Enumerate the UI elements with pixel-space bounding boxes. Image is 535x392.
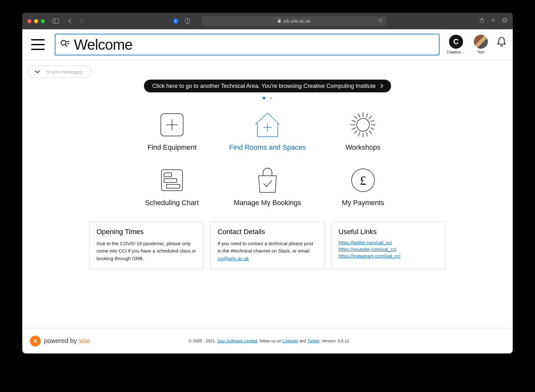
user-creative[interactable]: C Creative … bbox=[446, 35, 466, 54]
close-window-button[interactable] bbox=[27, 19, 32, 23]
browser-window: 1 orb.arts.ac.uk bbox=[22, 13, 513, 353]
siso-link[interactable]: Siso Software Limited bbox=[217, 339, 257, 343]
banner-text: Click here to go to another Technical Ar… bbox=[152, 83, 376, 89]
reload-icon[interactable] bbox=[378, 18, 383, 24]
tile-manage-bookings[interactable]: Manage My Bookings bbox=[220, 166, 315, 207]
linkedin-link[interactable]: LinkedIn bbox=[282, 339, 298, 343]
tile-find-rooms[interactable]: Find Rooms and Spaces bbox=[220, 111, 315, 152]
useful-link[interactable]: https://youtube.com/ual_cci bbox=[339, 246, 439, 252]
house-plus-icon bbox=[252, 111, 283, 139]
card-title: Contact Details bbox=[218, 228, 317, 236]
tile-workshops[interactable]: Workshops bbox=[315, 111, 411, 152]
lock-icon bbox=[277, 18, 281, 24]
svg-rect-37 bbox=[164, 173, 172, 177]
card-opening-times: Opening Times Due to the COVID-19 pandem… bbox=[89, 222, 204, 269]
svg-line-27 bbox=[369, 116, 372, 119]
contact-email-link[interactable]: cci@arts.ac.uk bbox=[218, 256, 249, 261]
search-box[interactable]: Welcome bbox=[55, 34, 439, 55]
user-switcher: C Creative … Tom bbox=[446, 35, 507, 54]
extension-icons: 1 bbox=[173, 17, 192, 25]
svg-point-19 bbox=[357, 118, 369, 131]
address-bar[interactable]: orb.arts.ac.uk bbox=[202, 16, 386, 26]
new-tab-icon[interactable] bbox=[490, 18, 496, 25]
main-content: 5 new messages Click here to go to anoth… bbox=[22, 60, 513, 328]
svg-rect-8 bbox=[503, 19, 506, 23]
tile-label: Manage My Bookings bbox=[234, 199, 301, 207]
svg-line-33 bbox=[352, 128, 356, 130]
svg-line-35 bbox=[370, 128, 374, 130]
useful-link[interactable]: https://twitter.com/ual_cci bbox=[339, 240, 439, 245]
user-label: Tom bbox=[477, 50, 485, 54]
privacy-shield-icon[interactable] bbox=[183, 17, 192, 25]
svg-line-30 bbox=[358, 113, 360, 118]
svg-rect-3 bbox=[278, 20, 281, 23]
carousel-dot-1[interactable] bbox=[270, 97, 272, 99]
carousel-dot-0[interactable] bbox=[263, 97, 265, 99]
card-title: Useful Links bbox=[339, 228, 439, 236]
messages-pill[interactable]: 5 new messages bbox=[28, 66, 91, 78]
siso-logo-icon bbox=[30, 336, 41, 346]
page: Welcome C Creative … Tom 5 new message bbox=[22, 29, 513, 353]
svg-line-29 bbox=[358, 132, 360, 136]
svg-line-34 bbox=[352, 120, 356, 122]
back-button[interactable] bbox=[65, 17, 74, 25]
window-controls bbox=[27, 19, 45, 23]
svg-rect-39 bbox=[167, 184, 180, 188]
twitter-link[interactable]: Twitter bbox=[307, 339, 319, 343]
maximize-window-button[interactable] bbox=[41, 19, 45, 23]
svg-point-10 bbox=[61, 40, 66, 45]
browser-titlebar: 1 orb.arts.ac.uk bbox=[22, 13, 513, 29]
svg-text:£: £ bbox=[360, 173, 366, 188]
useful-link[interactable]: https://instagram.com/ual_cci bbox=[339, 253, 439, 259]
svg-line-11 bbox=[65, 44, 68, 46]
svg-rect-38 bbox=[164, 179, 177, 182]
bag-check-icon bbox=[255, 166, 280, 194]
tile-find-equipment[interactable]: Find Equipment bbox=[124, 111, 220, 152]
svg-line-24 bbox=[354, 116, 357, 119]
share-icon[interactable] bbox=[479, 18, 485, 25]
minimize-window-button[interactable] bbox=[34, 19, 38, 23]
url-text: orb.arts.ac.uk bbox=[283, 18, 310, 24]
svg-line-25 bbox=[369, 131, 372, 134]
svg-rect-0 bbox=[53, 19, 59, 23]
search-icon bbox=[60, 39, 69, 50]
chevron-right-icon bbox=[380, 83, 383, 89]
tile-label: Workshops bbox=[346, 143, 381, 152]
info-cards: Opening Times Due to the COVID-19 pandem… bbox=[89, 222, 446, 269]
card-body: Due to the COVID-19 pandemic, please onl… bbox=[96, 240, 196, 262]
user-avatar-initial: C bbox=[449, 35, 463, 49]
card-body: If you need to contact a technical pleas… bbox=[218, 240, 317, 262]
pound-circle-icon: £ bbox=[349, 166, 377, 194]
user-tom[interactable]: Tom bbox=[471, 35, 490, 54]
svg-line-26 bbox=[354, 131, 357, 134]
menu-button[interactable] bbox=[31, 39, 45, 50]
user-avatar-photo bbox=[474, 35, 488, 49]
user-label: Creative … bbox=[446, 50, 466, 54]
tile-label: My Payments bbox=[342, 199, 384, 207]
sidebar-toggle-button[interactable] bbox=[51, 17, 60, 25]
forward-button[interactable] bbox=[77, 17, 86, 25]
svg-rect-9 bbox=[503, 18, 507, 22]
svg-line-28 bbox=[366, 113, 368, 118]
tile-my-payments[interactable]: £ My Payments bbox=[315, 166, 411, 207]
copyright: © 2005 - 2021, Siso Software Limited, fo… bbox=[189, 339, 349, 343]
gear-icon bbox=[349, 111, 377, 139]
tile-label: Scheduling Chart bbox=[145, 199, 199, 207]
search-text: Welcome bbox=[74, 36, 132, 53]
area-banner[interactable]: Click here to go to another Technical Ar… bbox=[144, 80, 391, 92]
tabs-overview-icon[interactable] bbox=[502, 18, 508, 25]
app-header: Welcome C Creative … Tom bbox=[22, 29, 513, 60]
plus-box-icon bbox=[158, 111, 186, 139]
footer: powered by siso © 2005 - 2021, Siso Soft… bbox=[22, 328, 513, 353]
carousel-dots bbox=[263, 97, 272, 99]
tile-scheduling-chart[interactable]: Scheduling Chart bbox=[124, 166, 220, 207]
form-icon bbox=[158, 166, 186, 194]
nav-arrows bbox=[65, 17, 86, 25]
powered-by: powered by siso bbox=[30, 336, 90, 346]
card-contact-details: Contact Details If you need to contact a… bbox=[210, 222, 325, 269]
card-useful-links: Useful Links https://twitter.com/ual_cci… bbox=[331, 222, 446, 269]
notifications-button[interactable] bbox=[496, 35, 507, 48]
svg-line-32 bbox=[370, 120, 374, 122]
tile-label: Find Rooms and Spaces bbox=[229, 143, 306, 152]
onepassword-icon[interactable]: 1 bbox=[173, 18, 179, 24]
